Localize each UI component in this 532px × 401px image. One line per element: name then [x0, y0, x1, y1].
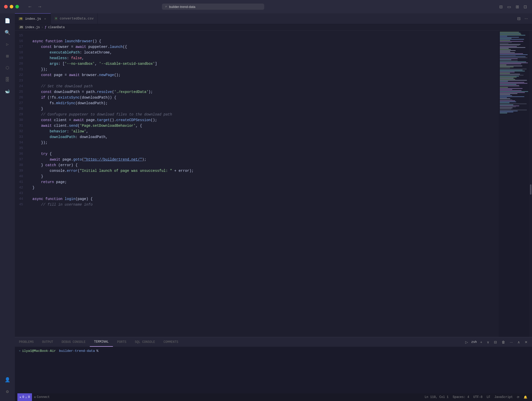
panel-tab-terminal[interactable]: TERMINAL [90, 337, 113, 347]
spaces-label: Spaces: 4 [453, 395, 469, 399]
panel-tab-sql-console[interactable]: SQL CONSOLE [131, 337, 159, 347]
wifi-icon: ⊙ [34, 395, 36, 399]
split-terminal-icon[interactable]: ⊟ [493, 339, 498, 345]
status-errors: 0 [22, 395, 24, 399]
maximize-button[interactable] [15, 5, 19, 8]
panel-close-icon[interactable]: ✕ [523, 339, 529, 345]
sidebar-item-extensions[interactable]: ⊞ [2, 51, 13, 61]
line-number: 24 [15, 83, 28, 89]
search-bar[interactable]: ⌕ [162, 4, 264, 10]
line-content: headless: false, [28, 55, 499, 61]
status-encoding[interactable]: UTF-8 [471, 393, 485, 401]
breadcrumb-file[interactable]: index.js [25, 26, 40, 29]
sidebar-item-database[interactable]: 🗄 [2, 74, 13, 85]
terminal-content[interactable]: ○ ilya1@MacBook-Air builder-trend-data % [15, 347, 532, 393]
sidebar-item-run-debug[interactable]: ▷ [2, 39, 13, 50]
split-editor-right-icon[interactable]: ⊟ [516, 15, 522, 22]
customize-layout-icon[interactable]: ⊡ [523, 3, 528, 10]
code-line: 32 behavior: 'allow', [15, 129, 499, 134]
sidebar-item-search[interactable]: 🔍 [2, 27, 13, 38]
new-terminal-icon[interactable]: + [479, 339, 483, 345]
line-content: async function login(page) { [28, 196, 499, 202]
line-number: 18 [15, 50, 28, 55]
toggle-sidebar-icon[interactable]: ⊞ [515, 3, 520, 10]
line-number: 15 [15, 33, 28, 38]
status-remote[interactable]: ⊙ Connect [32, 393, 52, 401]
activity-bar: 📄 🔍 ▷ ⊞ ⬡ 🗄 🐋 👤 ⚙ [0, 13, 15, 401]
status-git-icon[interactable]: ✕ 0 ⚠ 0 [17, 393, 32, 401]
code-line: 25 const downloadPath = path.resolve('./… [15, 89, 499, 95]
line-content: // Set the download path [28, 83, 499, 89]
panel-tab-debug-console[interactable]: DEBUG CONSOLE [58, 337, 90, 347]
more-terminal-icon[interactable]: ··· [508, 339, 514, 345]
status-bell[interactable]: 🔔 [522, 393, 529, 401]
line-number: 21 [15, 67, 28, 72]
panel-tab-comments[interactable]: COMMENTS [159, 337, 183, 347]
code-main[interactable]: 1516 async function launchBrowser() {17 … [15, 31, 499, 337]
code-line: 23 [15, 78, 499, 83]
panel-tabs-right: ▷ zsh + ∨ ⊟ 🗑 ··· ∧ ✕ [461, 337, 532, 347]
terminal-dropdown-icon[interactable]: ∨ [485, 339, 491, 345]
tab-label-converted-csv: convertedData.csv [60, 17, 94, 20]
minimize-button[interactable] [10, 5, 13, 8]
line-number: 44 [15, 196, 28, 202]
line-number: 22 [15, 72, 28, 78]
panel-tab-problems[interactable]: PROBLEMS [15, 337, 38, 347]
status-language[interactable]: JavaScript [492, 393, 515, 401]
terminal-run-icon[interactable]: ▷ [464, 339, 469, 345]
status-spaces[interactable]: Spaces: 4 [451, 393, 471, 401]
breadcrumb-function[interactable]: cleanData [48, 26, 65, 29]
split-editor-icon[interactable]: ⊟ [498, 3, 504, 10]
code-line: 24 // Set the download path [15, 83, 499, 89]
tab-converted-csv[interactable]: ≡ convertedData.csv [51, 13, 97, 24]
code-line: 39 console.error("Initial launch of page… [15, 168, 499, 174]
line-content: // fill in username info [28, 202, 499, 207]
vertical-scrollbar[interactable] [529, 31, 532, 337]
tab-index-js[interactable]: JS index.js ✕ [15, 13, 51, 24]
back-button[interactable]: ← [26, 4, 34, 10]
breadcrumb-js-icon: JS [19, 26, 24, 29]
tab-close-index-js[interactable]: ✕ [43, 17, 47, 21]
line-content: }); [28, 140, 499, 145]
close-button[interactable] [4, 5, 8, 8]
scrollbar-thumb [530, 184, 531, 195]
panel-tab-ports[interactable]: PORTS [113, 337, 131, 347]
forward-button[interactable]: → [36, 4, 43, 10]
code-line: 18 executablePath: locateChrome, [15, 50, 499, 55]
sidebar-item-docker[interactable]: 🐋 [2, 86, 13, 97]
code-line: 17 const browser = await puppeteer.launc… [15, 44, 499, 50]
line-content: async function launchBrowser() { [28, 38, 499, 44]
line-content: } [28, 106, 499, 112]
line-number: 31 [15, 123, 28, 129]
line-number: 41 [15, 179, 28, 185]
breadcrumb: JS index.js › ƒ cleanData [15, 24, 532, 31]
line-number: 39 [15, 168, 28, 174]
status-warnings: 0 [28, 395, 30, 399]
status-line-ending[interactable]: LF [485, 393, 492, 401]
status-position[interactable]: Ln 110, Col 1 [423, 393, 451, 401]
panel-up-icon[interactable]: ∧ [516, 339, 521, 345]
line-content [28, 145, 499, 151]
more-actions-icon[interactable]: ··· [524, 15, 529, 22]
line-number: 37 [15, 157, 28, 162]
toggle-panel-icon[interactable]: ▭ [506, 3, 512, 10]
code-line: 31 await client.send('Page.setDownloadBe… [15, 123, 499, 129]
sidebar-item-settings[interactable]: ⚙ [2, 386, 13, 397]
trash-terminal-icon[interactable]: 🗑 [500, 339, 506, 345]
git-icon: ✕ [19, 395, 21, 399]
status-left: ✕ 0 ⚠ 0 ⊙ Connect [17, 393, 52, 401]
line-content [28, 191, 499, 196]
status-sync[interactable]: ⟳ [515, 393, 522, 401]
code-line: 15 [15, 33, 499, 38]
breadcrumb-fn-icon: ƒ [45, 26, 47, 29]
line-number: 34 [15, 140, 28, 145]
sidebar-item-account[interactable]: 👤 [2, 374, 13, 385]
sidebar-item-remote-explorer[interactable]: ⬡ [2, 62, 13, 73]
panel-tab-output[interactable]: OUTPUT [38, 337, 58, 347]
search-input[interactable] [169, 5, 261, 9]
search-icon: 🔍 [5, 30, 10, 35]
sidebar-item-files[interactable]: 📄 [2, 15, 13, 26]
line-content: } catch (error) { [28, 162, 499, 168]
encoding-label: UTF-8 [473, 395, 483, 399]
line-number: 17 [15, 44, 28, 50]
